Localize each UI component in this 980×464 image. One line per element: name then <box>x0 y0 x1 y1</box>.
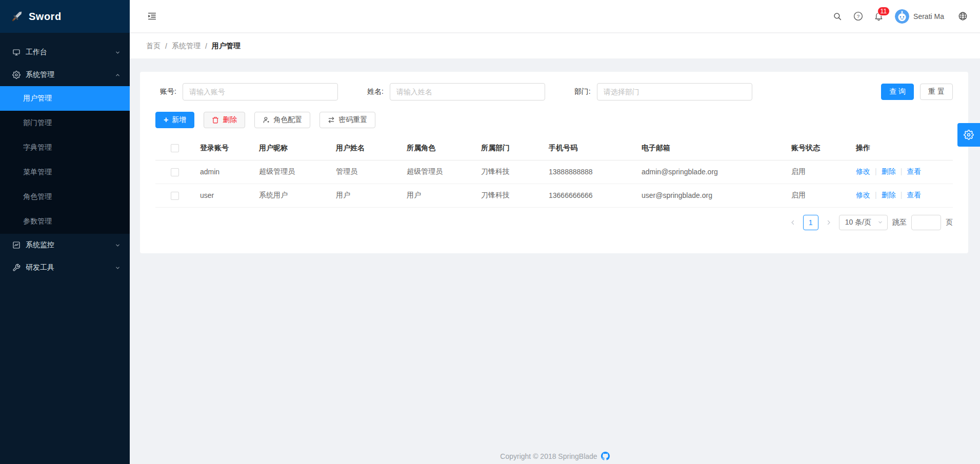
search-icon <box>833 12 842 21</box>
chevron-down-icon <box>877 219 883 225</box>
sidebar-collapse-button[interactable] <box>143 8 161 25</box>
select-all-checkbox[interactable] <box>171 144 179 152</box>
prev-page-button[interactable] <box>787 215 798 230</box>
filter-name: 姓名: <box>363 83 545 100</box>
row-checkbox[interactable] <box>171 168 179 176</box>
github-octocat-icon[interactable] <box>601 452 610 460</box>
sidebar-item-system-monitor[interactable]: 系统监控 <box>0 234 130 256</box>
chevron-down-icon <box>115 50 121 55</box>
theme-settings-button[interactable] <box>957 123 980 147</box>
search-submit-button[interactable]: 查 询 <box>881 84 914 100</box>
sidebar-item-label: 部门管理 <box>23 118 52 128</box>
col-nickname: 用户昵称 <box>259 136 336 160</box>
account-input[interactable] <box>183 83 338 100</box>
password-reset-button[interactable]: 密码重置 <box>319 112 375 128</box>
sidebar-item-workbench[interactable]: 工作台 <box>0 41 130 64</box>
globe-icon <box>958 11 968 21</box>
action-separator: | <box>875 191 877 199</box>
user-management-panel: 账号: 姓名: 部门: 查 询 重 置 + 新增 删除 <box>140 72 968 253</box>
view-link[interactable]: 查看 <box>907 167 921 175</box>
app-title: Sword <box>29 11 62 23</box>
sidebar-item-param-mgmt[interactable]: 参数管理 <box>0 209 130 234</box>
cell-status: 启用 <box>791 160 856 184</box>
page-size-select[interactable]: 10 条/页 <box>839 215 888 230</box>
menu-fold-icon <box>147 11 157 21</box>
avatar[interactable] <box>895 9 909 24</box>
notifications-button[interactable]: 11 <box>868 6 889 27</box>
dept-select[interactable] <box>597 83 752 100</box>
footer: Copyright © 2018 SpringBlade <box>130 452 980 460</box>
notification-badge: 11 <box>877 7 890 16</box>
col-role: 所属角色 <box>407 136 481 160</box>
add-button[interactable]: + 新增 <box>155 112 194 128</box>
breadcrumb-system-mgmt[interactable]: 系统管理 <box>172 42 201 51</box>
reset-button[interactable]: 重 置 <box>920 84 953 100</box>
cell-nickname: 系统用户 <box>259 184 336 207</box>
cell-nickname: 超级管理员 <box>259 160 336 184</box>
search-button[interactable] <box>827 6 848 27</box>
view-link[interactable]: 查看 <box>907 191 921 199</box>
jump-page-input[interactable] <box>911 215 941 230</box>
sidebar: Sword 工作台 系统管理 <box>0 0 130 464</box>
cell-account: user <box>200 184 259 207</box>
table-header-row: 登录账号 用户昵称 用户姓名 所属角色 所属部门 手机号码 电子邮箱 账号状态 … <box>155 136 953 160</box>
delete-button[interactable]: 删除 <box>204 112 245 128</box>
edit-link[interactable]: 修改 <box>856 167 870 175</box>
sidebar-item-label: 菜单管理 <box>23 168 52 177</box>
page-number-button[interactable]: 1 <box>803 215 818 230</box>
account-label: 账号: <box>160 87 176 96</box>
monitor-icon <box>12 48 21 56</box>
sidebar-item-role-mgmt[interactable]: 角色管理 <box>0 185 130 209</box>
edit-link[interactable]: 修改 <box>856 191 870 199</box>
filter-form: 账号: 姓名: 部门: 查 询 重 置 <box>155 83 953 100</box>
copyright-text: Copyright © 2018 SpringBlade <box>500 452 597 460</box>
sidebar-item-label: 系统监控 <box>26 240 115 250</box>
sidebar-item-dict-mgmt[interactable]: 字典管理 <box>0 135 130 160</box>
sidebar-item-dept-mgmt[interactable]: 部门管理 <box>0 111 130 135</box>
table-toolbar: + 新增 删除 角色配置 密码重置 <box>155 112 953 128</box>
action-separator: | <box>901 167 903 175</box>
row-checkbox[interactable] <box>171 192 179 200</box>
cell-role: 超级管理员 <box>407 160 481 184</box>
breadcrumb-current: 用户管理 <box>212 42 241 51</box>
sidebar-item-label: 研发工具 <box>26 263 115 272</box>
next-page-button[interactable] <box>823 215 834 230</box>
sidebar-submenu-system: 用户管理 部门管理 字典管理 菜单管理 角色管理 参数管理 <box>0 86 130 234</box>
question-circle-icon: ? <box>853 11 863 21</box>
top-header: ? 11 Serati Ma <box>130 0 980 33</box>
gear-icon <box>964 130 974 140</box>
cell-dept: 刀锋科技 <box>481 184 549 207</box>
col-login-account: 登录账号 <box>200 136 259 160</box>
wrench-icon <box>12 264 21 272</box>
language-button[interactable] <box>952 6 973 27</box>
delete-link[interactable]: 删除 <box>882 167 896 175</box>
cell-phone: 13666666666 <box>549 184 642 207</box>
action-separator: | <box>875 167 877 175</box>
name-input[interactable] <box>390 83 545 100</box>
filter-dept: 部门: <box>570 83 752 100</box>
user-name[interactable]: Serati Ma <box>913 12 944 21</box>
sidebar-item-menu-mgmt[interactable]: 菜单管理 <box>0 160 130 185</box>
sidebar-item-label: 角色管理 <box>23 192 52 201</box>
dept-label: 部门: <box>574 87 591 96</box>
table-row: user 系统用户 用户 用户 刀锋科技 13666666666 user@sp… <box>155 184 953 207</box>
filter-buttons: 查 询 重 置 <box>881 84 953 100</box>
breadcrumb-home[interactable]: 首页 <box>146 42 161 51</box>
sidebar-item-label: 系统管理 <box>26 70 115 79</box>
cell-email: user@springblade.org <box>642 184 791 207</box>
svg-text:?: ? <box>856 13 859 19</box>
cell-dept: 刀锋科技 <box>481 160 549 184</box>
sidebar-item-user-mgmt[interactable]: 用户管理 <box>0 86 130 111</box>
pagination: 1 10 条/页 跳至 页 <box>155 215 953 230</box>
cell-name: 用户 <box>336 184 407 207</box>
col-status: 账号状态 <box>791 136 856 160</box>
sidebar-item-system-mgmt[interactable]: 系统管理 <box>0 64 130 86</box>
col-actions: 操作 <box>856 136 953 160</box>
app-logo[interactable]: Sword <box>0 0 130 33</box>
delete-link[interactable]: 删除 <box>882 191 896 199</box>
col-phone: 手机号码 <box>549 136 642 160</box>
breadcrumb-separator: / <box>205 42 207 50</box>
sidebar-item-dev-tools[interactable]: 研发工具 <box>0 256 130 279</box>
help-button[interactable]: ? <box>848 6 868 27</box>
role-config-button[interactable]: 角色配置 <box>254 112 310 128</box>
